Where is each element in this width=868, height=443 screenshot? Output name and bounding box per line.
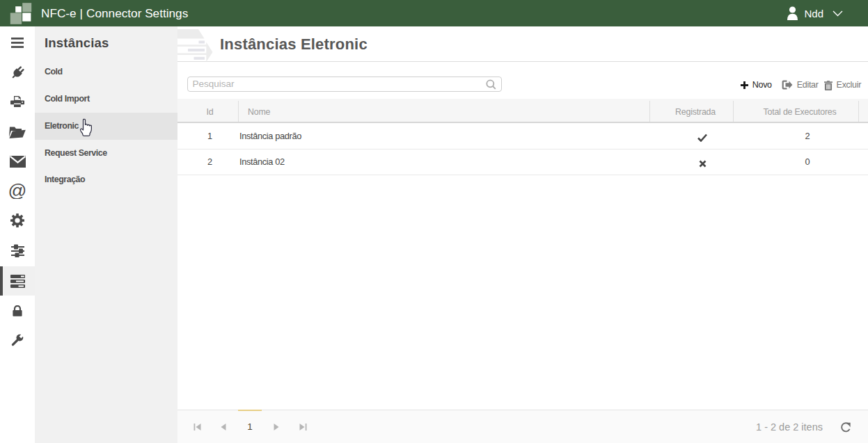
- svg-text:@: @: [9, 182, 26, 199]
